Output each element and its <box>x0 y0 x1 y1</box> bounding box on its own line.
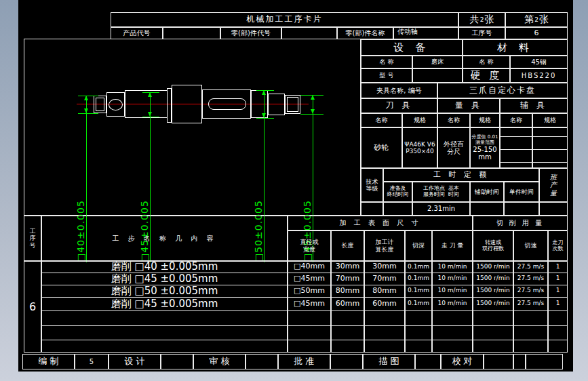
aux-spec-label: 规格 <box>532 113 568 127</box>
calc-length-line2: 算长度 <box>376 246 394 253</box>
passes-cell: 1 <box>548 261 568 273</box>
extension-line <box>300 114 324 115</box>
speed-cell: 1500 r/min <box>473 261 513 273</box>
dim-arrow-icon <box>148 92 152 97</box>
gauge-name-line1: 外径百 <box>444 140 464 148</box>
equipment-model-value <box>412 68 463 83</box>
cut-speed-header: 切速 <box>513 230 548 261</box>
unit-time-header: 单件时间 <box>504 182 539 202</box>
part-code-label: 零(部)件代号 <box>220 27 281 39</box>
cutting-group-header: 切 削 用 量 <box>473 216 568 230</box>
cut-cell: 27.5 m/s <box>513 273 548 285</box>
basic-time-header: 基本 时间 <box>448 186 459 198</box>
equipment-model-label: 型 号 <box>361 68 412 83</box>
step-cell: 磨削 □45 ±0.005mm <box>41 273 288 285</box>
part-name-value: 传动轴 <box>393 27 458 39</box>
cut-cell: 27.5 m/s <box>513 297 548 310</box>
unit-time-value <box>504 202 539 216</box>
aux-row-line <box>500 136 568 137</box>
process-no-body: 6 <box>24 261 41 353</box>
aux-time-header: 辅助时间 <box>470 182 504 202</box>
dim-arrow-icon <box>311 109 315 114</box>
dia-cell: □50mm <box>288 285 331 297</box>
calc-cell: 80mm <box>364 285 405 297</box>
part-code-value <box>281 27 337 39</box>
length-header: 长度 <box>331 230 364 261</box>
service-time-line2: 服务时间 <box>423 192 445 198</box>
surface-group-header: 加 工 表 面 尺 寸 <box>288 216 473 230</box>
material-name-value: 45钢 <box>510 56 568 68</box>
gauge-spec-line3: 25-150 <box>473 146 496 153</box>
aux-time-value <box>470 202 504 216</box>
gauge-spec-line4: mm <box>478 153 491 161</box>
footer-compiled-label: 编 制 <box>22 354 75 369</box>
extension-line <box>142 117 159 117</box>
aux-name-label: 名称 <box>500 113 532 127</box>
passes-cell: 1 <box>548 273 568 285</box>
footer-review-value <box>246 354 278 369</box>
dim-arrow-icon <box>84 108 88 113</box>
prep-time-header: 准备及 终结时间 <box>383 182 412 202</box>
footer-proofread-value <box>484 354 513 369</box>
product-code-label: 产品代号 <box>111 27 163 39</box>
extension-line <box>78 96 98 96</box>
shaft-hub <box>172 85 202 123</box>
extension-line <box>78 113 98 114</box>
passes-cell: 1 <box>548 297 568 310</box>
process-card-canvas: 机械加工工序卡片 共 2 张 第 2 张 产品代号 零(部)件代号 零(部)件名… <box>0 0 588 381</box>
cutter-spec-label: 规格 <box>402 113 437 127</box>
dia-cell: □40mm <box>288 261 331 273</box>
aux-row-line <box>500 162 568 163</box>
shift-output-value <box>539 202 568 216</box>
process-no-char: 工 <box>30 228 36 235</box>
tech-grade-line2: 等级 <box>366 185 378 192</box>
footer-extra-cell <box>513 354 526 369</box>
cutter-name-label: 名称 <box>361 113 402 127</box>
row-line <box>41 325 568 326</box>
fixture-value: 三爪自定心卡盘 <box>437 83 568 98</box>
hardness-label: 硬 度 <box>463 68 510 83</box>
hardness-value: HBS220 <box>510 68 568 83</box>
footer-review-label: 审 核 <box>193 354 246 369</box>
footer-compiled-value: 5 <box>75 354 109 369</box>
product-code-value <box>163 27 220 39</box>
gauge-title: 量 具 <box>437 98 500 113</box>
equipment-name-label: 名 称 <box>361 56 412 68</box>
footer-approve-value <box>330 354 363 369</box>
len-cell: 60mm <box>331 297 364 310</box>
part-name-label: 零(部)件名称 <box>337 27 393 39</box>
shaft-right-end-inner <box>287 97 298 112</box>
aux-row-line <box>500 149 568 150</box>
basic-time-value: 2.31min <box>412 202 470 216</box>
prep-time-line2: 终结时间 <box>387 192 409 198</box>
fixture-label: 夹具名称, 编号 <box>361 83 437 98</box>
step-cell: 磨削 □40 ±0.005mm <box>41 260 288 273</box>
passes-header-line2: 次数 <box>553 246 564 252</box>
service-basic-header: 工作地点 服务时间 基本 时间 <box>412 182 470 202</box>
diameter-header-line1: 直径或 <box>300 239 319 245</box>
dim-arrow-icon <box>262 90 266 95</box>
gauge-name-line2: 分尺 <box>447 148 460 155</box>
process-no-col-header: 工 序 号 <box>24 216 41 261</box>
doc-title: 机械加工工序卡片 <box>111 12 458 27</box>
footer-approve-label: 批 准 <box>278 354 330 369</box>
tech-grade-value <box>361 202 383 216</box>
sheet-number-cell: 第 2 张 <box>505 12 568 27</box>
sheet-num: 2 <box>534 16 538 23</box>
gauge-spec-line2: 测量范围 <box>475 140 494 146</box>
prep-time-value <box>383 202 412 216</box>
passes-header: 走刀 次数 <box>548 230 568 261</box>
feed-cell: 10 m/min <box>432 261 473 273</box>
dia-cell: □45mm <box>288 297 331 310</box>
cut-cell: 27.5 m/s <box>513 285 548 297</box>
depth-cell: 0.1mm <box>405 273 432 285</box>
shift-output-char: 量 <box>550 189 557 197</box>
speed-cell: 1500 r/min <box>473 297 513 310</box>
equipment-title: 设 备 <box>361 39 463 56</box>
gauge-name-value: 外径百 分尺 <box>437 127 470 168</box>
feed-header: 走 刀 量 <box>432 230 473 261</box>
dia-cell: □45mm <box>288 273 331 285</box>
footer-extra-cell <box>526 354 563 369</box>
dim-arrow-icon <box>262 113 266 118</box>
shift-output-cell: 班 产 量 <box>539 168 568 202</box>
